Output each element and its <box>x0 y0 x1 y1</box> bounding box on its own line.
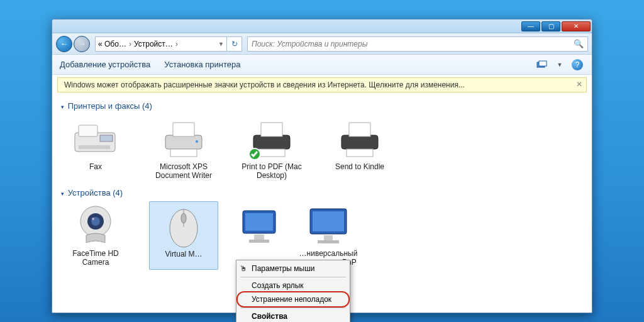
content-area: ▾ Принтеры и факсы (4) Fax Microsoft XPS… <box>52 94 592 272</box>
context-menu-item-mouse-settings[interactable]: 🖱 Параметры мыши <box>238 262 348 275</box>
default-check-icon <box>248 147 262 161</box>
nav-forward-button[interactable]: → <box>74 36 90 52</box>
explorer-window: — ▢ ✕ ← → « Обо… › Устройст… › ▼ ↻ Поиск… <box>52 19 592 313</box>
collapse-icon: ▾ <box>61 104 64 110</box>
svg-rect-16 <box>347 149 373 157</box>
device-label: Print to PDF (Mac Desktop) <box>237 162 306 183</box>
context-menu-label: Создать ярлык <box>252 281 304 290</box>
device-item-printpdf[interactable]: Print to PDF (Mac Desktop) <box>237 114 306 183</box>
device-item-xps[interactable]: Microsoft XPS Document Writer <box>149 114 218 183</box>
view-dropdown-icon[interactable]: ▼ <box>553 59 567 70</box>
search-placeholder: Поиск: Устройства и принтеры <box>252 40 367 48</box>
info-bar-text: Windows может отображать расширенные зна… <box>64 80 465 89</box>
breadcrumb-dropdown-icon[interactable]: ▼ <box>218 41 224 47</box>
context-menu-item-troubleshoot[interactable]: Устранение неполадок <box>238 292 348 306</box>
printer-icon <box>247 117 297 161</box>
printers-group: Fax Microsoft XPS Document Writer Print … <box>61 114 583 183</box>
device-item-camera[interactable]: FaceTime HD Camera <box>61 201 130 270</box>
add-printer-button[interactable]: Установка принтера <box>164 60 240 69</box>
svg-rect-1 <box>539 61 547 66</box>
context-menu: 🖱 Параметры мыши Создать ярлык Устранени… <box>236 260 350 322</box>
context-menu-separator <box>240 277 346 277</box>
add-device-button[interactable]: Добавление устройства <box>60 60 150 69</box>
monitor-icon <box>240 204 278 248</box>
svg-rect-30 <box>318 240 339 243</box>
maximize-button[interactable]: ▢ <box>541 21 560 31</box>
fax-icon <box>70 117 121 161</box>
svg-rect-7 <box>173 123 194 136</box>
breadcrumb-separator: › <box>174 40 179 48</box>
group-header-printers[interactable]: ▾ Принтеры и факсы (4) <box>61 101 583 111</box>
device-label: Virtual M… <box>150 250 218 261</box>
context-menu-label: Устранение неполадок <box>252 295 331 304</box>
mouse-icon: 🖱 <box>240 264 247 273</box>
group-header-devices[interactable]: ▾ Устройства (4) <box>61 188 583 197</box>
svg-point-22 <box>181 213 186 223</box>
view-options-icon[interactable] <box>535 59 549 70</box>
minimize-button[interactable]: — <box>521 21 540 31</box>
group-header-label: Устройства (4) <box>68 188 123 197</box>
svg-point-9 <box>196 140 198 143</box>
breadcrumb-separator: › <box>128 40 133 48</box>
svg-rect-28 <box>313 211 344 231</box>
breadcrumb[interactable]: « Обо… › Устройст… › ▼ <box>95 36 227 52</box>
group-header-label: Принтеры и факсы (4) <box>68 101 152 111</box>
printer-icon <box>335 117 385 161</box>
context-menu-separator <box>240 308 346 308</box>
svg-rect-8 <box>170 149 197 157</box>
svg-rect-4 <box>100 135 113 142</box>
device-label: Send to Kindle <box>325 162 394 174</box>
info-bar[interactable]: Windows может отображать расширенные зна… <box>57 77 587 92</box>
help-button[interactable]: ? <box>570 59 584 70</box>
search-icon: 🔍 <box>574 39 584 48</box>
context-menu-item-create-shortcut[interactable]: Создать ярлык <box>238 279 348 292</box>
device-label: Microsoft XPS Document Writer <box>149 162 218 183</box>
svg-rect-3 <box>79 125 97 136</box>
toolbar: Добавление устройства Установка принтера… <box>52 55 592 75</box>
device-item-fax[interactable]: Fax <box>61 114 130 183</box>
monitor-icon <box>303 204 353 248</box>
svg-rect-11 <box>261 123 282 136</box>
titlebar[interactable]: — ▢ ✕ <box>52 19 592 33</box>
context-menu-item-properties[interactable]: Свойства <box>238 309 348 322</box>
svg-rect-5 <box>79 145 110 149</box>
breadcrumb-segment[interactable]: Устройст… <box>134 40 173 48</box>
collapse-icon: ▾ <box>61 191 64 197</box>
device-item-mouse[interactable]: Virtual M… <box>149 201 218 270</box>
device-item-kindle[interactable]: Send to Kindle <box>325 114 394 183</box>
search-input[interactable]: Поиск: Устройства и принтеры 🔍 <box>247 36 588 52</box>
svg-rect-15 <box>349 123 370 136</box>
close-button[interactable]: ✕ <box>562 21 591 31</box>
context-menu-label: Параметры мыши <box>252 264 315 273</box>
svg-rect-26 <box>249 240 269 243</box>
device-label: Fax <box>61 162 130 174</box>
svg-rect-14 <box>341 135 378 149</box>
info-bar-close-icon[interactable]: ✕ <box>576 80 582 89</box>
breadcrumb-segment[interactable]: « Обо… <box>98 40 126 48</box>
context-menu-label: Свойства <box>252 312 287 321</box>
svg-point-20 <box>92 218 94 220</box>
svg-rect-12 <box>258 149 285 157</box>
mouse-icon <box>158 204 209 248</box>
refresh-button[interactable]: ↻ <box>227 36 242 52</box>
device-label: FaceTime HD Camera <box>61 249 130 270</box>
nav-back-button[interactable]: ← <box>56 36 72 52</box>
svg-rect-24 <box>245 213 273 231</box>
printer-icon <box>158 117 209 161</box>
webcam-icon <box>70 204 121 248</box>
help-icon: ? <box>572 59 583 70</box>
navbar: ← → « Обо… › Устройст… › ▼ ↻ Поиск: Устр… <box>52 33 592 55</box>
svg-rect-29 <box>324 235 333 240</box>
svg-rect-25 <box>254 235 264 240</box>
